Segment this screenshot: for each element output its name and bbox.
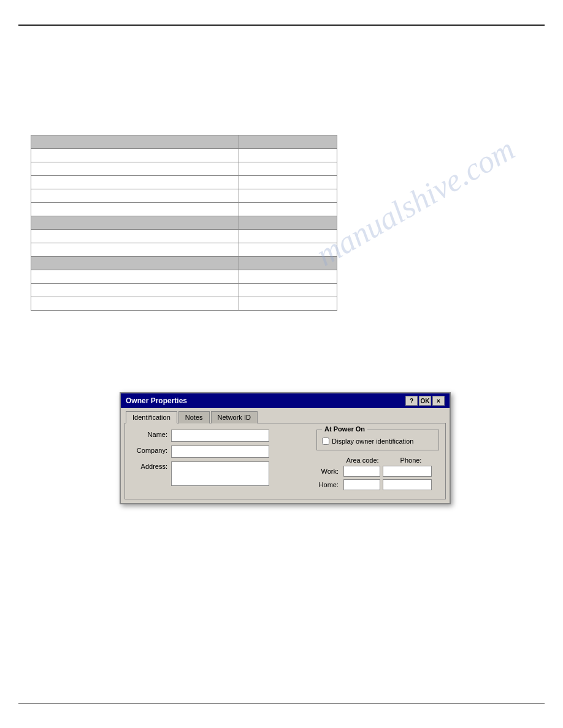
table-cell — [31, 135, 239, 149]
table-cell — [239, 243, 337, 257]
table-area — [31, 135, 337, 311]
phone-header-row: Area code: Phone: — [341, 457, 439, 464]
table-row — [31, 189, 337, 203]
table-cell — [239, 270, 337, 284]
table-cell — [239, 176, 337, 189]
table-cell — [31, 176, 239, 189]
table-cell — [239, 297, 337, 311]
table-cell — [31, 216, 239, 230]
power-on-group: At Power On Display owner identification — [316, 430, 439, 450]
company-input[interactable] — [171, 446, 269, 458]
table-cell — [31, 257, 239, 270]
table-row — [31, 243, 337, 257]
close-button[interactable]: × — [432, 396, 445, 406]
display-owner-checkbox[interactable] — [322, 438, 329, 445]
table-cell — [31, 284, 239, 297]
table-cell — [31, 189, 239, 203]
table-cell — [239, 189, 337, 203]
home-phone-row: Home: — [316, 479, 439, 490]
table-cell — [31, 297, 239, 311]
display-owner-row: Display owner identification — [322, 438, 434, 445]
dialog-content: Name: Company: Address: At Power On Disp… — [124, 423, 446, 499]
table-cell — [239, 203, 337, 216]
name-label: Name: — [131, 430, 171, 438]
dialog-tabs: Identification Notes Network ID — [121, 408, 450, 423]
area-code-header: Area code: — [341, 457, 384, 464]
home-area-input[interactable] — [343, 479, 380, 490]
titlebar-buttons: ? OK × — [405, 396, 445, 406]
data-table — [31, 135, 337, 311]
top-border — [18, 25, 545, 26]
ok-button[interactable]: OK — [419, 396, 431, 406]
work-area-input[interactable] — [343, 466, 380, 477]
table-row — [31, 135, 337, 149]
table-cell — [31, 270, 239, 284]
watermark: manualshive.com — [310, 131, 520, 273]
table-row — [31, 216, 337, 230]
name-input[interactable] — [171, 430, 269, 442]
home-phone-input[interactable] — [383, 479, 432, 490]
table-row — [31, 149, 337, 162]
work-phone-row: Work: — [316, 466, 439, 477]
work-label: Work: — [316, 468, 341, 475]
tab-identification[interactable]: Identification — [126, 411, 177, 423]
help-button[interactable]: ? — [405, 396, 418, 406]
table-row — [31, 162, 337, 176]
company-row: Company: — [131, 446, 309, 458]
dialog-title: Owner Properties — [126, 396, 187, 405]
table-row — [31, 203, 337, 216]
dialog-titlebar: Owner Properties ? OK × — [121, 393, 450, 408]
form-right: At Power On Display owner identification… — [316, 430, 439, 493]
form-left: Name: Company: Address: — [131, 430, 309, 493]
table-cell — [239, 257, 337, 270]
table-row — [31, 270, 337, 284]
owner-properties-dialog: Owner Properties ? OK × Identification N… — [120, 392, 451, 504]
address-input[interactable] — [171, 461, 269, 486]
table-cell — [239, 230, 337, 243]
table-row — [31, 230, 337, 243]
table-cell — [239, 216, 337, 230]
table-cell — [31, 243, 239, 257]
bottom-border — [18, 703, 545, 703]
table-cell — [31, 162, 239, 176]
company-label: Company: — [131, 446, 171, 454]
name-row: Name: — [131, 430, 309, 442]
table-cell — [239, 149, 337, 162]
tab-network-id[interactable]: Network ID — [211, 411, 258, 423]
table-cell — [239, 135, 337, 149]
table-cell — [239, 162, 337, 176]
table-cell — [31, 230, 239, 243]
power-on-legend: At Power On — [322, 425, 367, 433]
address-row: Address: — [131, 461, 309, 486]
table-row — [31, 176, 337, 189]
phone-header: Phone: — [386, 457, 435, 464]
table-cell — [31, 149, 239, 162]
table-row — [31, 284, 337, 297]
home-label: Home: — [316, 481, 341, 488]
table-row — [31, 297, 337, 311]
tab-notes[interactable]: Notes — [178, 411, 210, 423]
address-label: Address: — [131, 461, 171, 470]
table-cell — [31, 203, 239, 216]
table-row — [31, 257, 337, 270]
table-cell — [239, 284, 337, 297]
work-phone-input[interactable] — [383, 466, 432, 477]
phone-section: Area code: Phone: Work: Home: — [316, 457, 439, 490]
display-owner-label: Display owner identification — [332, 438, 413, 445]
